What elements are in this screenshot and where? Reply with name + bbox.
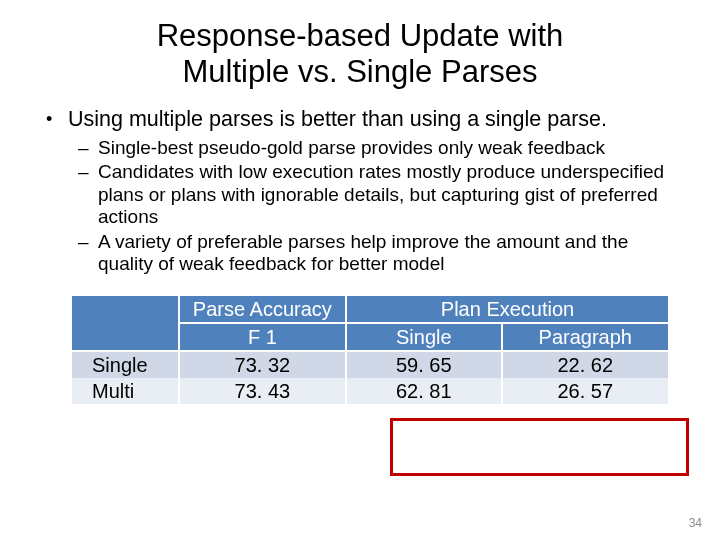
title-line-1: Response-based Update with [157,18,564,53]
sub-bullet-3: A variety of preferable parses help impr… [98,231,680,276]
table-header-paragraph: Paragraph [502,323,669,351]
table-wrapper: Parse Accuracy Plan Execution F 1 Single… [40,296,680,404]
slide: Response-based Update with Multiple vs. … [0,0,720,540]
slide-title: Response-based Update with Multiple vs. … [40,18,680,89]
sub-bullet-2: Candidates with low execution rates most… [98,161,680,228]
cell-single: 62. 81 [346,378,501,404]
bullet-list: Using multiple parses is better than usi… [40,107,680,275]
results-table: Parse Accuracy Plan Execution F 1 Single… [70,296,670,404]
table-header-empty [71,296,179,351]
table-header-single: Single [346,323,501,351]
bullet-top-text: Using multiple parses is better than usi… [68,107,607,131]
table-header-f1: F 1 [179,323,346,351]
cell-f1: 73. 32 [179,351,346,378]
cell-paragraph: 26. 57 [502,378,669,404]
table-row: Multi 73. 43 62. 81 26. 57 [71,378,669,404]
page-number: 34 [689,516,702,530]
title-line-2: Multiple vs. Single Parses [183,54,538,89]
cell-paragraph: 22. 62 [502,351,669,378]
row-label: Single [71,351,179,378]
cell-single: 59. 65 [346,351,501,378]
sub-bullet-1: Single-best pseudo-gold parse provides o… [98,137,680,159]
slide-body: Using multiple parses is better than usi… [40,107,680,403]
sub-bullet-list: Single-best pseudo-gold parse provides o… [68,137,680,275]
cell-f1: 73. 43 [179,378,346,404]
bullet-top: Using multiple parses is better than usi… [68,107,680,275]
row-label: Multi [71,378,179,404]
highlight-box [390,418,689,476]
table-header-parse: Parse Accuracy [179,296,346,323]
table-header-plan: Plan Execution [346,296,669,323]
table-row: Single 73. 32 59. 65 22. 62 [71,351,669,378]
table-header-row-1: Parse Accuracy Plan Execution [71,296,669,323]
